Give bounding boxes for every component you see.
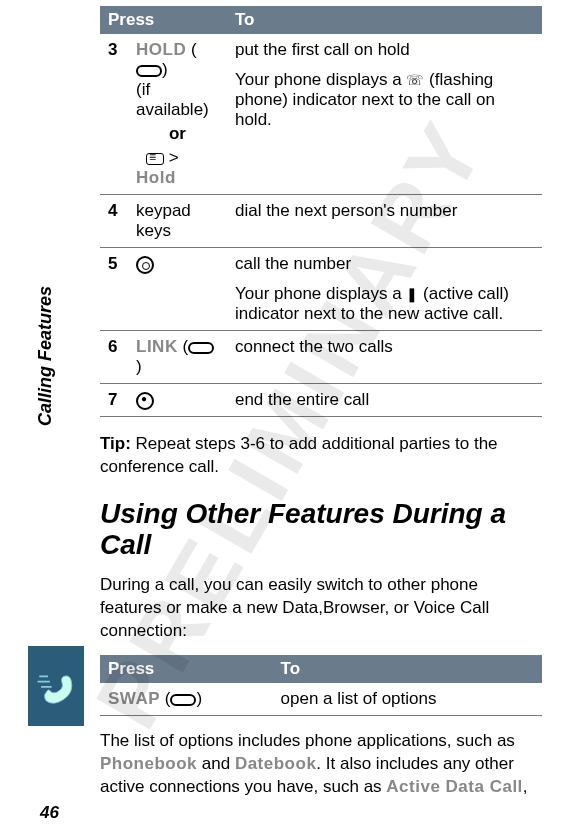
softkey-icon — [170, 694, 196, 706]
press-cell: LINK () — [128, 331, 227, 384]
menu-key-icon — [146, 153, 164, 165]
intro-paragraph: During a call, you can easily switch to … — [100, 574, 542, 643]
tip-bold: Tip: — [100, 434, 131, 453]
step-number: 4 — [100, 195, 128, 248]
to-line1: put the first call on hold — [235, 40, 534, 60]
closing-comma: , — [523, 777, 528, 796]
to-cell: call the number Your phone displays a ❚ … — [227, 248, 542, 331]
closing-paragraph: The list of options includes phone appli… — [100, 730, 542, 799]
table-row: SWAP () open a list of options — [100, 683, 542, 716]
end-key-icon — [136, 392, 154, 410]
to-cell: connect the two calls — [227, 331, 542, 384]
table-row: 6 LINK () connect the two calls — [100, 331, 542, 384]
send-key-icon — [136, 256, 154, 274]
link-label: LINK — [136, 337, 178, 356]
step-number: 6 — [100, 331, 128, 384]
phone-handset-icon — [34, 664, 78, 708]
active-data-call-label: Active Data Call — [386, 777, 523, 796]
table-row: 5 call the number Your phone displays a … — [100, 248, 542, 331]
to-cell: open a list of options — [273, 683, 542, 716]
tip-paragraph: Tip: Repeat steps 3-6 to add additional … — [100, 433, 542, 479]
header-to: To — [273, 655, 542, 683]
flashing-phone-icon: ☏ — [406, 72, 424, 88]
hold-menu-label: Hold — [136, 168, 176, 187]
table-header-row: Press To — [100, 655, 542, 683]
or-text: or — [136, 124, 219, 144]
section-heading: Using Other Features During a Call — [100, 499, 542, 561]
table-row: 3 HOLD () (if available) or > Hold put t… — [100, 34, 542, 195]
to-line2a: Your phone displays a — [235, 70, 406, 89]
press-cell: SWAP () — [100, 683, 273, 716]
page-number: 46 — [40, 803, 59, 823]
to-line2a: Your phone displays a — [235, 284, 406, 303]
side-section-label: Calling Features — [35, 286, 56, 426]
to-cell: dial the next person's number — [227, 195, 542, 248]
press-cell: keypad keys — [128, 195, 227, 248]
step-number: 5 — [100, 248, 128, 331]
press-cell: HOLD () (if available) or > Hold — [128, 34, 227, 195]
header-press: Press — [100, 6, 227, 34]
instruction-table-2: Press To SWAP () open a list of options — [100, 655, 542, 716]
closing-text-a: The list of options includes phone appli… — [100, 731, 515, 750]
swap-label: SWAP — [108, 689, 160, 708]
gt-text: > — [164, 148, 179, 167]
datebook-label: Datebook — [235, 754, 316, 773]
softkey-icon — [136, 65, 162, 77]
table-header-row: Press To — [100, 6, 542, 34]
header-press: Press — [100, 655, 273, 683]
if-available: (if available) — [136, 80, 209, 119]
table-row: 4 keypad keys dial the next person's num… — [100, 195, 542, 248]
header-to: To — [227, 6, 542, 34]
instruction-table-1: Press To 3 HOLD () (if available) or > H… — [100, 6, 542, 417]
softkey-icon — [188, 342, 214, 354]
phonebook-label: Phonebook — [100, 754, 197, 773]
press-cell — [128, 248, 227, 331]
hold-label: HOLD — [136, 40, 186, 59]
to-line1: call the number — [235, 254, 534, 274]
table-row: 7 end the entire call — [100, 384, 542, 417]
active-call-icon: ❚ — [406, 286, 418, 302]
to-cell: end the entire call — [227, 384, 542, 417]
to-cell: put the first call on hold Your phone di… — [227, 34, 542, 195]
paren-close: ) — [162, 60, 168, 79]
section-phone-icon — [28, 646, 84, 726]
step-number: 3 — [100, 34, 128, 195]
press-cell — [128, 384, 227, 417]
paren-open: ( — [191, 40, 197, 59]
tip-text: Repeat steps 3-6 to add additional parti… — [100, 434, 498, 476]
step-number: 7 — [100, 384, 128, 417]
closing-and: and — [197, 754, 235, 773]
